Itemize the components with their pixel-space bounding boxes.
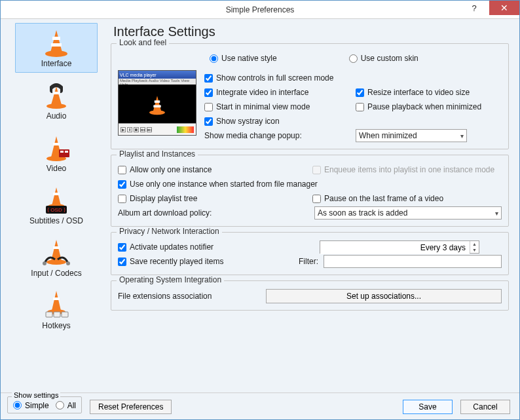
sidebar-item-hotkeys[interactable]: Hotkeys — [15, 285, 98, 335]
resize-interface-checkbox[interactable]: Resize interface to video size — [356, 88, 502, 97]
category-sidebar: Interface Audio Video ⟨ OSD ⟩ Subtitles … — [1, 19, 103, 392]
group-legend: Playlist and Instances — [117, 149, 198, 159]
svg-rect-20 — [53, 246, 60, 249]
show-all-radio[interactable]: All — [56, 401, 76, 410]
look-and-feel-group: Look and feel Use native style Use custo… — [111, 43, 509, 149]
integrate-video-checkbox[interactable]: Integrate video in interface — [204, 88, 350, 97]
svg-rect-6 — [53, 92, 60, 94]
close-button[interactable]: ✕ — [489, 1, 519, 15]
reset-preferences-button[interactable]: Reset Preferences — [90, 400, 172, 414]
filter-input[interactable] — [324, 255, 502, 268]
svg-rect-26 — [46, 312, 52, 317]
titlebar-buttons: ? ✕ — [459, 1, 519, 15]
update-interval-spinner[interactable]: ▲▼ — [320, 240, 479, 254]
sidebar-item-subtitles[interactable]: ⟨ OSD ⟩ Subtitles / OSD — [15, 180, 98, 230]
sidebar-item-input-codecs[interactable]: Input / Codecs — [15, 233, 98, 282]
sidebar-label: Audio — [46, 111, 67, 121]
sidebar-label: Subtitles / OSD — [29, 216, 83, 225]
enqueue-checkbox: Enqueue items into playlist in one insta… — [312, 165, 502, 174]
svg-rect-15 — [53, 193, 60, 195]
svg-marker-5 — [51, 86, 62, 105]
svg-rect-25 — [53, 297, 60, 300]
hotkeys-icon — [41, 288, 72, 320]
save-button[interactable]: Save — [403, 400, 453, 414]
svg-marker-24 — [52, 291, 61, 311]
file-manager-instance-checkbox[interactable]: Use only one instance when started from … — [118, 180, 318, 189]
svg-marker-30 — [153, 96, 162, 111]
svg-rect-27 — [54, 312, 60, 317]
group-legend: Look and feel — [117, 38, 169, 47]
media-popup-combo[interactable]: When minimized — [356, 129, 467, 142]
media-popup-label: Show media change popup: — [204, 131, 350, 140]
sidebar-label: Video — [46, 164, 66, 173]
one-instance-checkbox[interactable]: Allow only one instance — [118, 165, 307, 174]
show-settings-group: Show settings Simple All — [7, 396, 82, 413]
svg-rect-10 — [59, 149, 69, 157]
titlebar: Simple Preferences ? ✕ — [1, 1, 519, 19]
file-ext-label: File extensions association — [118, 292, 261, 301]
pause-last-frame-checkbox[interactable]: Pause on the last frame of a video — [312, 194, 502, 203]
update-interval-input[interactable] — [320, 241, 470, 254]
sidebar-item-interface[interactable]: Interface — [15, 23, 98, 73]
minimal-view-checkbox[interactable]: Start in minimal view mode — [204, 102, 350, 111]
playlist-tree-checkbox[interactable]: Display playlist tree — [118, 194, 307, 203]
os-integration-group: Operating System Integration File extens… — [111, 280, 509, 311]
album-art-combo[interactable]: As soon as track is added — [314, 206, 502, 220]
svg-point-22 — [66, 261, 70, 265]
custom-skin-radio[interactable]: Use custom skin — [349, 54, 418, 63]
sidebar-label: Hotkeys — [42, 321, 70, 330]
pause-minimized-checkbox[interactable]: Pause playback when minimized — [356, 102, 502, 111]
svg-rect-9 — [53, 143, 60, 145]
video-icon — [41, 131, 72, 162]
sidebar-item-audio[interactable]: Audio — [15, 75, 98, 125]
svg-rect-32 — [153, 105, 160, 107]
svg-marker-1 — [50, 30, 62, 52]
svg-rect-2 — [52, 37, 60, 40]
show-simple-radio[interactable]: Simple — [13, 401, 49, 410]
spinner-up-icon[interactable]: ▲ — [470, 241, 479, 247]
bottom-bar: Show settings Simple All Reset Preferenc… — [1, 392, 519, 420]
settings-panel: Interface Settings Look and feel Use nat… — [103, 19, 519, 392]
svg-rect-12 — [65, 151, 68, 153]
svg-marker-14 — [52, 187, 61, 206]
svg-text:⟨ OSD ⟩: ⟨ OSD ⟩ — [47, 207, 65, 213]
group-legend: Operating System Integration — [117, 275, 224, 284]
svg-rect-31 — [155, 100, 160, 103]
spinner-down-icon[interactable]: ▼ — [470, 247, 479, 253]
svg-rect-28 — [62, 312, 68, 317]
setup-associations-button[interactable]: Set up associations... — [266, 289, 502, 303]
interface-preview-thumb: VLC media player Media Playback Audio Vi… — [118, 70, 196, 136]
audio-icon — [41, 79, 72, 110]
help-button[interactable]: ? — [459, 1, 489, 15]
codecs-icon — [41, 236, 72, 267]
page-title: Interface Settings — [113, 24, 509, 39]
sidebar-item-video[interactable]: Video — [15, 128, 98, 178]
window-title: Simple Preferences — [1, 5, 519, 14]
filter-label: Filter: — [295, 257, 318, 266]
cancel-button[interactable]: Cancel — [460, 400, 510, 414]
svg-rect-3 — [51, 43, 62, 47]
systray-checkbox[interactable]: Show systray icon — [204, 117, 280, 126]
privacy-group: Privacy / Network Interaction Activate u… — [111, 232, 509, 275]
svg-rect-11 — [60, 151, 64, 153]
playlist-instances-group: Playlist and Instances Allow only one in… — [111, 155, 509, 227]
sidebar-label: Input / Codecs — [31, 269, 81, 278]
interface-icon — [41, 26, 72, 58]
native-style-radio[interactable]: Use native style — [210, 54, 277, 63]
show-controls-checkbox[interactable]: Show controls in full screen mode — [204, 73, 350, 83]
svg-point-21 — [43, 261, 46, 265]
group-legend: Privacy / Network Interaction — [117, 227, 222, 236]
save-recent-checkbox[interactable]: Save recently played items — [118, 257, 289, 266]
album-art-label: Album art download policy: — [118, 208, 314, 218]
sidebar-label: Interface — [41, 59, 72, 68]
subtitles-icon: ⟨ OSD ⟩ — [41, 183, 72, 215]
updates-notifier-checkbox[interactable]: Activate updates notifier — [118, 242, 314, 252]
